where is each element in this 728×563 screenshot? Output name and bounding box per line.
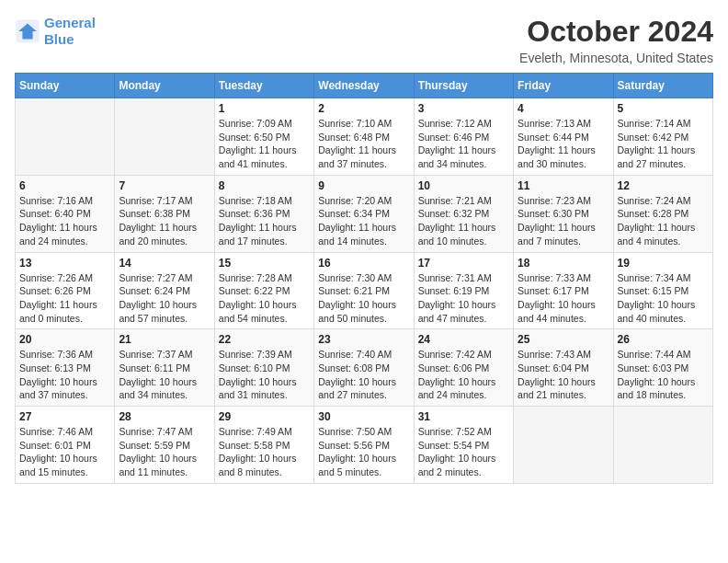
day-number: 8	[219, 179, 310, 192]
logo-line2: Blue	[44, 31, 74, 47]
day-number: 20	[19, 333, 110, 346]
calendar-cell: 5Sunrise: 7:14 AMSunset: 6:42 PMDaylight…	[613, 98, 712, 176]
calendar-header-row: SundayMondayTuesdayWednesdayThursdayFrid…	[16, 74, 713, 98]
calendar-cell: 22Sunrise: 7:39 AMSunset: 6:10 PMDayligh…	[214, 329, 313, 407]
day-info: Sunrise: 7:30 AMSunset: 6:21 PMDaylight:…	[318, 271, 409, 326]
day-number: 17	[418, 257, 509, 270]
day-number: 9	[318, 179, 409, 192]
day-header-sunday: Sunday	[16, 74, 115, 98]
calendar-cell: 14Sunrise: 7:27 AMSunset: 6:24 PMDayligh…	[115, 252, 214, 329]
calendar-cell	[613, 407, 712, 484]
calendar-cell: 2Sunrise: 7:10 AMSunset: 6:48 PMDaylight…	[314, 98, 414, 176]
calendar-week-row: 6Sunrise: 7:16 AMSunset: 6:40 PMDaylight…	[16, 175, 713, 252]
day-info: Sunrise: 7:09 AMSunset: 6:50 PMDaylight:…	[219, 117, 310, 171]
day-number: 12	[618, 179, 709, 192]
day-number: 30	[318, 410, 409, 423]
day-info: Sunrise: 7:26 AMSunset: 6:26 PMDaylight:…	[19, 271, 110, 326]
calendar-cell: 31Sunrise: 7:52 AMSunset: 5:54 PMDayligh…	[414, 407, 513, 484]
day-number: 27	[19, 410, 110, 423]
day-number: 15	[219, 257, 310, 270]
calendar-cell: 16Sunrise: 7:30 AMSunset: 6:21 PMDayligh…	[314, 252, 414, 329]
day-info: Sunrise: 7:10 AMSunset: 6:48 PMDaylight:…	[318, 117, 409, 171]
calendar-cell: 13Sunrise: 7:26 AMSunset: 6:26 PMDayligh…	[16, 252, 115, 329]
day-header-monday: Monday	[115, 74, 214, 98]
calendar-cell: 18Sunrise: 7:33 AMSunset: 6:17 PMDayligh…	[514, 252, 613, 329]
calendar-cell: 30Sunrise: 7:50 AMSunset: 5:56 PMDayligh…	[314, 407, 414, 484]
day-info: Sunrise: 7:50 AMSunset: 5:56 PMDaylight:…	[318, 425, 409, 479]
day-number: 25	[518, 333, 609, 346]
day-number: 7	[119, 179, 210, 192]
day-header-thursday: Thursday	[414, 74, 513, 98]
title-area: October 2024 Eveleth, Minnesota, United …	[519, 15, 713, 65]
calendar-cell	[115, 98, 214, 176]
calendar-cell: 4Sunrise: 7:13 AMSunset: 6:44 PMDaylight…	[514, 98, 613, 176]
day-info: Sunrise: 7:13 AMSunset: 6:44 PMDaylight:…	[518, 117, 609, 171]
day-info: Sunrise: 7:43 AMSunset: 6:04 PMDaylight:…	[518, 348, 609, 402]
calendar-cell: 27Sunrise: 7:46 AMSunset: 6:01 PMDayligh…	[16, 407, 115, 484]
day-info: Sunrise: 7:27 AMSunset: 6:24 PMDaylight:…	[119, 271, 210, 326]
calendar-cell: 11Sunrise: 7:23 AMSunset: 6:30 PMDayligh…	[514, 175, 613, 252]
day-number: 2	[318, 102, 409, 115]
day-info: Sunrise: 7:46 AMSunset: 6:01 PMDaylight:…	[19, 425, 110, 479]
calendar-cell: 6Sunrise: 7:16 AMSunset: 6:40 PMDaylight…	[16, 175, 115, 252]
day-info: Sunrise: 7:14 AMSunset: 6:42 PMDaylight:…	[618, 117, 709, 171]
day-info: Sunrise: 7:34 AMSunset: 6:15 PMDaylight:…	[618, 271, 709, 326]
day-number: 23	[318, 333, 409, 346]
day-header-friday: Friday	[514, 74, 613, 98]
day-number: 28	[119, 410, 210, 423]
day-info: Sunrise: 7:20 AMSunset: 6:34 PMDaylight:…	[318, 194, 409, 248]
day-info: Sunrise: 7:17 AMSunset: 6:38 PMDaylight:…	[119, 194, 210, 248]
logo-line1: General	[44, 15, 96, 30]
calendar-cell: 20Sunrise: 7:36 AMSunset: 6:13 PMDayligh…	[16, 329, 115, 407]
day-number: 22	[219, 333, 310, 346]
day-number: 4	[518, 102, 609, 115]
day-number: 5	[618, 102, 709, 115]
logo-text: General Blue	[44, 15, 96, 48]
calendar-cell: 12Sunrise: 7:24 AMSunset: 6:28 PMDayligh…	[613, 175, 712, 252]
day-info: Sunrise: 7:28 AMSunset: 6:22 PMDaylight:…	[219, 271, 310, 326]
day-number: 24	[418, 333, 509, 346]
day-info: Sunrise: 7:12 AMSunset: 6:46 PMDaylight:…	[418, 117, 509, 171]
day-header-saturday: Saturday	[613, 74, 712, 98]
day-info: Sunrise: 7:39 AMSunset: 6:10 PMDaylight:…	[219, 348, 310, 402]
day-info: Sunrise: 7:49 AMSunset: 5:58 PMDaylight:…	[219, 425, 310, 479]
calendar-cell: 10Sunrise: 7:21 AMSunset: 6:32 PMDayligh…	[414, 175, 513, 252]
day-info: Sunrise: 7:31 AMSunset: 6:19 PMDaylight:…	[418, 271, 509, 326]
calendar-cell: 1Sunrise: 7:09 AMSunset: 6:50 PMDaylight…	[214, 98, 313, 176]
day-number: 16	[318, 257, 409, 270]
calendar-cell: 21Sunrise: 7:37 AMSunset: 6:11 PMDayligh…	[115, 329, 214, 407]
calendar-cell	[16, 98, 115, 176]
day-number: 6	[19, 179, 110, 192]
day-number: 14	[119, 257, 210, 270]
day-info: Sunrise: 7:16 AMSunset: 6:40 PMDaylight:…	[19, 194, 110, 248]
day-number: 31	[418, 410, 509, 423]
day-header-wednesday: Wednesday	[314, 74, 414, 98]
calendar-cell: 15Sunrise: 7:28 AMSunset: 6:22 PMDayligh…	[214, 252, 313, 329]
day-info: Sunrise: 7:23 AMSunset: 6:30 PMDaylight:…	[518, 194, 609, 248]
day-number: 18	[518, 257, 609, 270]
calendar-cell: 3Sunrise: 7:12 AMSunset: 6:46 PMDaylight…	[414, 98, 513, 176]
day-info: Sunrise: 7:24 AMSunset: 6:28 PMDaylight:…	[618, 194, 709, 248]
calendar-cell: 25Sunrise: 7:43 AMSunset: 6:04 PMDayligh…	[514, 329, 613, 407]
day-header-tuesday: Tuesday	[214, 74, 313, 98]
day-number: 10	[418, 179, 509, 192]
calendar-cell: 23Sunrise: 7:40 AMSunset: 6:08 PMDayligh…	[314, 329, 414, 407]
day-number: 11	[518, 179, 609, 192]
calendar-cell	[514, 407, 613, 484]
calendar-week-row: 13Sunrise: 7:26 AMSunset: 6:26 PMDayligh…	[16, 252, 713, 329]
day-number: 19	[618, 257, 709, 270]
calendar-week-row: 27Sunrise: 7:46 AMSunset: 6:01 PMDayligh…	[16, 407, 713, 484]
day-info: Sunrise: 7:52 AMSunset: 5:54 PMDaylight:…	[418, 425, 509, 479]
day-number: 29	[219, 410, 310, 423]
logo: General Blue	[15, 15, 96, 48]
calendar-cell: 7Sunrise: 7:17 AMSunset: 6:38 PMDaylight…	[115, 175, 214, 252]
page-header: General Blue October 2024 Eveleth, Minne…	[15, 15, 713, 65]
day-number: 1	[219, 102, 310, 115]
day-number: 13	[19, 257, 110, 270]
calendar-cell: 29Sunrise: 7:49 AMSunset: 5:58 PMDayligh…	[214, 407, 313, 484]
day-info: Sunrise: 7:40 AMSunset: 6:08 PMDaylight:…	[318, 348, 409, 402]
day-info: Sunrise: 7:42 AMSunset: 6:06 PMDaylight:…	[418, 348, 509, 402]
day-number: 26	[618, 333, 709, 346]
day-info: Sunrise: 7:18 AMSunset: 6:36 PMDaylight:…	[219, 194, 310, 248]
day-number: 21	[119, 333, 210, 346]
